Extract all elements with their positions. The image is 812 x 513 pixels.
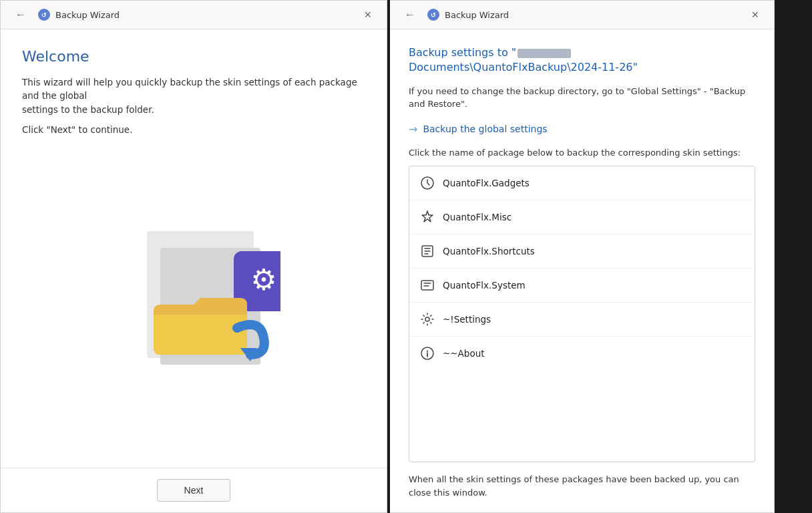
next-button[interactable]: Next	[157, 479, 231, 502]
back-button-left[interactable]: ←	[11, 7, 30, 22]
backup-path-title: Backup settings to " Documents\QuantoFlx…	[409, 45, 755, 75]
app-icon-left: ↺	[38, 9, 50, 21]
package-name-3: QuantoFlx.System	[443, 280, 526, 291]
packages-list: QuantoFlx.GadgetsQuantoFlx.MiscQuantoFlx…	[409, 166, 755, 462]
left-titlebar: ← ↺ Backup Wizard ✕	[1, 1, 387, 29]
package-icon-5	[420, 346, 435, 361]
right-panel: ← ↺ Backup Wizard ✕ Backup settings to "…	[390, 0, 775, 513]
package-name-0: QuantoFlx.Gadgets	[443, 178, 530, 188]
global-backup-label: Backup the global settings	[423, 124, 547, 134]
illustration-area: ⚙	[22, 135, 365, 454]
svg-point-8	[425, 317, 429, 321]
package-icon-0	[420, 176, 435, 190]
backup-info: If you need to change the backup directo…	[409, 85, 755, 111]
package-name-4: ~!Settings	[443, 314, 491, 325]
svg-text:⚙: ⚙	[250, 263, 276, 297]
right-titlebar: ← ↺ Backup Wizard ✕	[390, 1, 774, 29]
left-footer: Next	[1, 468, 387, 512]
click-instruction: Click "Next" to continue.	[22, 124, 365, 135]
welcome-description: This wizard will help you quickly backup…	[22, 75, 365, 116]
package-name-5: ~~About	[443, 348, 485, 359]
left-panel: ← ↺ Backup Wizard ✕ Welcome This wizard …	[0, 0, 387, 513]
welcome-heading: Welcome	[22, 48, 365, 65]
back-button-right[interactable]: ←	[401, 7, 419, 22]
left-content: Welcome This wizard will help you quickl…	[1, 29, 387, 468]
back-icon-left: ←	[15, 9, 26, 20]
svg-rect-7	[421, 281, 433, 290]
footer-note: When all the skin settings of these pack…	[409, 473, 755, 499]
package-item-4[interactable]: ~!Settings	[409, 303, 755, 337]
package-name-1: QuantoFlx.Misc	[443, 212, 512, 222]
package-icon-2	[420, 244, 435, 259]
window-title-right: Backup Wizard	[445, 10, 742, 20]
close-button-right[interactable]: ✕	[747, 8, 763, 21]
backup-illustration: ⚙	[107, 211, 280, 378]
back-icon-right: ←	[405, 9, 415, 20]
package-icon-4	[420, 312, 435, 327]
close-icon-left: ✕	[364, 9, 372, 20]
redacted-path	[518, 49, 571, 58]
app-icon-right: ↺	[427, 9, 439, 21]
global-backup-link[interactable]: → Backup the global settings	[409, 123, 755, 136]
package-icon-3	[420, 278, 435, 293]
window-title-left: Backup Wizard	[55, 10, 355, 20]
package-item-5[interactable]: ~~About	[409, 337, 755, 370]
click-package-instruction: Click the name of package below to backu…	[409, 148, 755, 158]
close-icon-right: ✕	[751, 9, 759, 20]
package-item-1[interactable]: QuantoFlx.Misc	[409, 200, 755, 234]
package-name-2: QuantoFlx.Shortcuts	[443, 246, 535, 256]
right-content: Backup settings to " Documents\QuantoFlx…	[390, 29, 774, 512]
package-item-3[interactable]: QuantoFlx.System	[409, 269, 755, 303]
package-icon-1	[420, 210, 435, 224]
close-button-left[interactable]: ✕	[360, 8, 376, 21]
arrow-right-icon: →	[409, 123, 417, 136]
package-item-2[interactable]: QuantoFlx.Shortcuts	[409, 234, 755, 269]
package-item-0[interactable]: QuantoFlx.Gadgets	[409, 166, 755, 200]
